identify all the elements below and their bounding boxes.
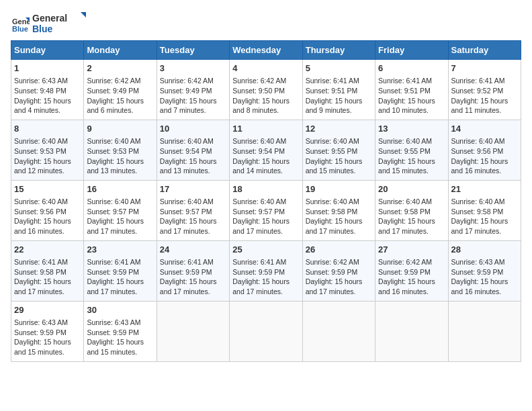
calendar-header: SundayMondayTuesdayWednesdayThursdayFrid… (11, 41, 521, 60)
daylight: Daylight: 15 hours and 17 minutes. (14, 277, 71, 295)
sunset: Sunset: 9:49 PM (87, 87, 139, 95)
day-number: 8 (14, 123, 81, 135)
calendar-cell (157, 301, 229, 361)
sunset: Sunset: 9:53 PM (87, 147, 139, 155)
daylight: Daylight: 15 hours and 15 minutes. (14, 338, 71, 356)
daylight: Daylight: 15 hours and 16 minutes. (451, 157, 508, 175)
day-number: 17 (160, 183, 226, 195)
sunset: Sunset: 9:51 PM (306, 87, 358, 95)
daylight: Daylight: 15 hours and 17 minutes. (306, 217, 363, 235)
day-number: 30 (87, 304, 153, 316)
day-number: 11 (232, 123, 299, 135)
week-row-4: 22Sunrise: 6:41 AMSunset: 9:58 PMDayligh… (11, 240, 521, 301)
sunset: Sunset: 9:55 PM (378, 147, 431, 155)
daylight: Daylight: 15 hours and 11 minutes. (451, 97, 508, 115)
sunset: Sunset: 9:57 PM (160, 208, 212, 216)
calendar-cell: 25Sunrise: 6:41 AMSunset: 9:59 PMDayligh… (230, 240, 302, 301)
calendar-cell (302, 301, 375, 361)
sunset: Sunset: 9:50 PM (232, 87, 285, 95)
calendar-cell: 24Sunrise: 6:41 AMSunset: 9:59 PMDayligh… (157, 240, 229, 301)
calendar-cell: 11Sunrise: 6:40 AMSunset: 9:54 PMDayligh… (230, 120, 302, 180)
daylight: Daylight: 15 hours and 17 minutes. (232, 217, 290, 235)
daylight: Daylight: 15 hours and 15 minutes. (306, 157, 363, 175)
sunrise: Sunrise: 6:41 AM (87, 258, 140, 266)
calendar-cell: 28Sunrise: 6:43 AMSunset: 9:59 PMDayligh… (448, 240, 521, 301)
daylight: Daylight: 15 hours and 17 minutes. (451, 217, 508, 235)
sunset: Sunset: 9:59 PM (87, 268, 139, 276)
sunset: Sunset: 9:52 PM (451, 87, 504, 95)
day-number: 16 (87, 183, 153, 195)
daylight: Daylight: 15 hours and 4 minutes. (14, 97, 71, 115)
day-number: 4 (232, 62, 299, 75)
calendar-body: 1Sunrise: 6:43 AMSunset: 9:48 PMDaylight… (11, 60, 521, 362)
sunset: Sunset: 9:51 PM (378, 87, 431, 95)
sunrise: Sunrise: 6:43 AM (14, 318, 68, 326)
sunrise: Sunrise: 6:40 AM (378, 197, 432, 205)
sunset: Sunset: 9:59 PM (306, 268, 358, 276)
sunset: Sunset: 9:57 PM (87, 208, 139, 216)
daylight: Daylight: 15 hours and 17 minutes. (232, 277, 290, 295)
sunrise: Sunrise: 6:40 AM (160, 137, 214, 145)
sunrise: Sunrise: 6:43 AM (87, 318, 140, 326)
day-number: 21 (451, 183, 518, 195)
day-number: 14 (451, 123, 518, 135)
sunrise: Sunrise: 6:42 AM (232, 77, 286, 85)
day-number: 5 (306, 62, 372, 75)
calendar-cell: 6Sunrise: 6:41 AMSunset: 9:51 PMDaylight… (375, 60, 448, 120)
header: General Blue General Blue (11, 11, 521, 38)
day-number: 28 (451, 244, 518, 256)
calendar-cell: 4Sunrise: 6:42 AMSunset: 9:50 PMDaylight… (230, 60, 302, 120)
header-day-wednesday: Wednesday (230, 41, 302, 60)
daylight: Daylight: 15 hours and 17 minutes. (306, 277, 363, 295)
sunset: Sunset: 9:59 PM (232, 268, 285, 276)
calendar-cell (375, 301, 448, 361)
calendar-cell: 3Sunrise: 6:42 AMSunset: 9:49 PMDaylight… (157, 60, 229, 120)
svg-text:Blue: Blue (12, 25, 28, 33)
day-number: 10 (160, 123, 226, 135)
day-number: 6 (378, 62, 445, 75)
day-number: 18 (232, 183, 299, 195)
daylight: Daylight: 15 hours and 16 minutes. (451, 277, 508, 295)
sunrise: Sunrise: 6:43 AM (451, 258, 505, 266)
sunrise: Sunrise: 6:41 AM (378, 77, 432, 85)
daylight: Daylight: 15 hours and 13 minutes. (160, 157, 217, 175)
daylight: Daylight: 15 hours and 13 minutes. (87, 157, 144, 175)
calendar-cell (230, 301, 302, 361)
sunrise: Sunrise: 6:40 AM (232, 197, 286, 205)
calendar-cell: 17Sunrise: 6:40 AMSunset: 9:57 PMDayligh… (157, 180, 229, 240)
sunrise: Sunrise: 6:40 AM (451, 197, 505, 205)
day-number: 23 (87, 244, 153, 256)
sunrise: Sunrise: 6:40 AM (160, 197, 214, 205)
sunset: Sunset: 9:53 PM (14, 147, 66, 155)
day-number: 22 (14, 244, 81, 256)
calendar-cell: 15Sunrise: 6:40 AMSunset: 9:56 PMDayligh… (11, 180, 84, 240)
week-row-3: 15Sunrise: 6:40 AMSunset: 9:56 PMDayligh… (11, 180, 521, 240)
calendar-table: SundayMondayTuesdayWednesdayThursdayFrid… (11, 40, 521, 362)
day-number: 20 (378, 183, 445, 195)
sunrise: Sunrise: 6:42 AM (87, 77, 140, 85)
sunset: Sunset: 9:58 PM (14, 268, 66, 276)
day-number: 12 (306, 123, 372, 135)
sunset: Sunset: 9:59 PM (378, 268, 431, 276)
calendar-cell: 20Sunrise: 6:40 AMSunset: 9:58 PMDayligh… (375, 180, 448, 240)
calendar-cell: 18Sunrise: 6:40 AMSunset: 9:57 PMDayligh… (230, 180, 302, 240)
sunset: Sunset: 9:58 PM (451, 208, 504, 216)
sunrise: Sunrise: 6:42 AM (378, 258, 432, 266)
sunrise: Sunrise: 6:41 AM (451, 77, 505, 85)
calendar-cell (448, 301, 521, 361)
svg-text:Blue: Blue (32, 24, 53, 34)
sunset: Sunset: 9:54 PM (160, 147, 212, 155)
daylight: Daylight: 15 hours and 6 minutes. (87, 97, 144, 115)
sunrise: Sunrise: 6:40 AM (14, 137, 68, 145)
calendar-cell: 12Sunrise: 6:40 AMSunset: 9:55 PMDayligh… (302, 120, 375, 180)
daylight: Daylight: 15 hours and 8 minutes. (232, 97, 290, 115)
sunset: Sunset: 9:58 PM (306, 208, 358, 216)
daylight: Daylight: 15 hours and 16 minutes. (14, 217, 71, 235)
sunset: Sunset: 9:59 PM (451, 268, 504, 276)
sunset: Sunset: 9:55 PM (306, 147, 358, 155)
header-day-thursday: Thursday (302, 41, 375, 60)
logo-text: General Blue (32, 11, 93, 38)
logo: General Blue General Blue (11, 11, 93, 38)
daylight: Daylight: 15 hours and 10 minutes. (378, 97, 435, 115)
week-row-2: 8Sunrise: 6:40 AMSunset: 9:53 PMDaylight… (11, 120, 521, 180)
